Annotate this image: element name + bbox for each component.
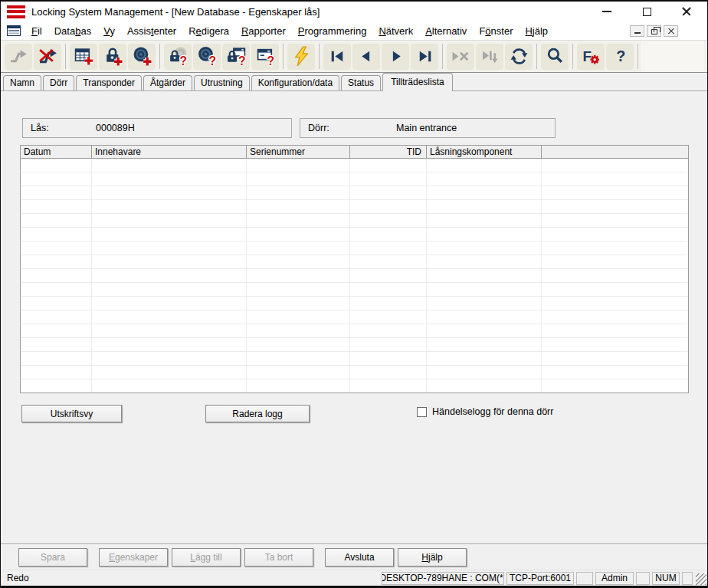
lagg-till-button: Lägg till — [172, 548, 241, 567]
mdi-minimize-button[interactable] — [630, 25, 644, 37]
table-gridline — [349, 159, 350, 393]
table-gridline — [541, 159, 542, 393]
toolbar-separator — [159, 44, 160, 69]
skip-end-icon — [480, 46, 500, 67]
door-value: Main entrance — [396, 123, 457, 133]
table-gridline — [91, 159, 92, 393]
skip-cancel-button — [447, 44, 474, 70]
close-button[interactable] — [678, 4, 695, 19]
read-window-button[interactable]: ? — [251, 44, 279, 70]
program-flash-button[interactable] — [287, 44, 315, 70]
read-transponder-button[interactable]: ? — [193, 44, 221, 70]
refresh-button[interactable] — [505, 44, 533, 70]
logout-cross-button[interactable] — [34, 44, 61, 70]
next-record-button[interactable] — [382, 44, 409, 70]
tab-namn[interactable]: Namn — [3, 75, 41, 90]
status-panel-empty — [576, 572, 593, 585]
read-window-icon: ? — [255, 46, 276, 67]
maximize-button[interactable] — [638, 4, 655, 19]
mdi-restore-button[interactable] — [647, 25, 661, 37]
first-record-button[interactable] — [323, 44, 351, 70]
new-lock-button[interactable] — [99, 44, 126, 70]
tab-atgarder[interactable]: Åtgärder — [143, 75, 192, 90]
skip-cancel-icon — [451, 46, 471, 67]
column-header-tid[interactable]: TID — [350, 146, 427, 158]
column-header-datum[interactable]: Datum — [21, 146, 92, 158]
read-lock-window-button[interactable]: ? — [222, 44, 250, 70]
table-gridline — [246, 159, 247, 393]
content-area: Lås: 000089H Dörr: Main entrance DatumIn… — [1, 91, 707, 544]
svg-text:?: ? — [267, 54, 274, 67]
column-header-innehavare[interactable]: Innehavare — [92, 146, 247, 158]
app-logo-icon — [7, 5, 25, 18]
read-transponder-icon: ? — [197, 46, 218, 67]
program-flash-icon — [291, 46, 312, 67]
lock-value: 000089H — [96, 123, 135, 133]
mdi-close-button[interactable] — [664, 25, 678, 37]
clear-log-button[interactable]: Radera logg — [205, 405, 310, 422]
previous-record-button[interactable] — [352, 44, 380, 70]
new-lock-icon — [103, 46, 123, 67]
menu-natverk[interactable]: Nätverk — [372, 24, 419, 38]
title-bar: Locking System Management - [New Databas… — [1, 2, 707, 21]
tab-status[interactable]: Status — [341, 75, 381, 90]
minimize-icon — [602, 11, 611, 12]
toolbar-separator — [572, 44, 573, 69]
resize-grip[interactable] — [696, 573, 706, 585]
menu-redigera[interactable]: Redigera — [182, 24, 235, 38]
mdi-child-window-icon[interactable] — [7, 25, 21, 36]
table-body[interactable] — [21, 159, 688, 393]
login-arrow-icon — [8, 46, 29, 67]
svg-text:?: ? — [208, 54, 216, 67]
toolbar-separator — [638, 44, 638, 69]
toolbar: ????F? — [1, 41, 707, 73]
tab-utrustning[interactable]: Utrustning — [194, 75, 250, 90]
print-view-button[interactable]: Utskriftsvy — [21, 405, 122, 422]
column-header-serienummer[interactable]: Serienummer — [247, 146, 350, 158]
column-header-empty[interactable] — [542, 146, 688, 158]
event-log-checkbox[interactable] — [417, 407, 427, 417]
new-matrix-button[interactable] — [70, 44, 97, 70]
tab-tilltradeslista[interactable]: Tillträdeslista — [382, 73, 453, 91]
menu-vy[interactable]: Vy — [97, 24, 121, 38]
close-icon — [682, 7, 691, 16]
tab-dorr[interactable]: Dörr — [43, 75, 74, 90]
tab-strip: NamnDörrTransponderÅtgärderUtrustningKon… — [1, 73, 707, 91]
avsluta-button[interactable]: Avsluta — [325, 548, 394, 567]
hjalp-button[interactable]: Hjälp — [398, 548, 467, 567]
new-transponder-button[interactable] — [128, 44, 156, 70]
tab-konfiguration-data[interactable]: Konfiguration/data — [251, 75, 339, 90]
toolbar-separator — [442, 44, 443, 69]
last-record-button[interactable] — [411, 44, 438, 70]
menu-assistenter[interactable]: Assistenter — [121, 24, 182, 38]
app-window: Locking System Management - [New Databas… — [0, 0, 708, 588]
filter-settings-button[interactable]: F — [577, 44, 605, 70]
menu-programmering[interactable]: Programmering — [292, 24, 373, 38]
refresh-icon — [509, 46, 529, 67]
search-button[interactable] — [541, 44, 569, 70]
menu-databas[interactable]: Databas — [48, 24, 97, 38]
first-record-icon — [327, 46, 348, 67]
menu-alternativ[interactable]: Alternativ — [419, 24, 473, 38]
status-bar: Redo DESKTOP-789HANE : COM(*)TCP-Port:60… — [1, 570, 707, 586]
status-text: Redo — [7, 573, 382, 583]
svg-text:?: ? — [616, 48, 625, 64]
mdi-restore-icon — [651, 29, 657, 34]
svg-text:?: ? — [238, 54, 246, 67]
menu-fil[interactable]: Fil — [25, 24, 48, 38]
read-lock-icon: ? — [168, 46, 188, 67]
menu-hjalp[interactable]: Hjälp — [519, 24, 554, 38]
read-lock-button[interactable]: ? — [164, 44, 192, 70]
door-field: Dörr: Main entrance — [300, 118, 556, 138]
help-button[interactable]: ? — [606, 44, 634, 70]
status-panel-empty — [682, 572, 693, 585]
lock-label: Lås: — [31, 123, 49, 133]
filter-settings-icon: F — [581, 46, 601, 67]
mdi-close-icon — [668, 28, 674, 34]
minimize-button[interactable] — [598, 4, 615, 19]
menu-fonster[interactable]: Fönster — [473, 24, 519, 38]
spara-button: Spara — [18, 548, 87, 567]
tab-transponder[interactable]: Transponder — [76, 75, 142, 90]
column-header-lasningskomponent[interactable]: Låsningskomponent — [427, 146, 542, 158]
menu-rapporter[interactable]: Rapporter — [235, 24, 292, 38]
